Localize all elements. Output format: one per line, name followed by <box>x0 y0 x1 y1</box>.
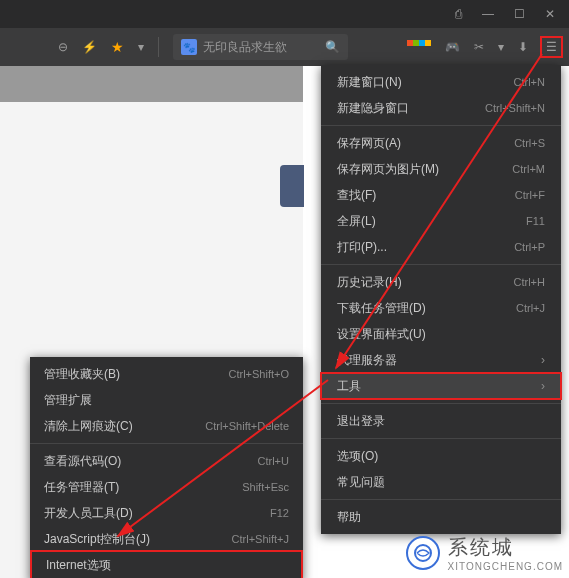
maximize-button[interactable]: ☐ <box>514 7 525 21</box>
pin-icon[interactable]: ⎙ <box>455 7 462 21</box>
submenu-item[interactable]: 清除上网痕迹(C)Ctrl+Shift+Delete <box>30 413 303 439</box>
zoom-out-icon[interactable]: ⊖ <box>58 40 68 54</box>
watermark: 系统城 XITONGCHENG.COM <box>406 534 563 572</box>
menu-item-shortcut: Ctrl+S <box>514 137 545 149</box>
submenu-item-shortcut: Ctrl+Shift+Delete <box>205 420 289 432</box>
menu-item[interactable]: 退出登录 <box>321 408 561 434</box>
submenu-item[interactable]: 管理扩展 <box>30 387 303 413</box>
submenu-arrow-icon: › <box>541 353 545 367</box>
menu-item-label: 新建隐身窗口 <box>337 100 409 117</box>
window-titlebar: ⎙ — ☐ ✕ <box>0 0 569 28</box>
menu-separator <box>321 438 561 439</box>
menu-item-shortcut: Ctrl+H <box>514 276 545 288</box>
menu-item-shortcut: Ctrl+P <box>514 241 545 253</box>
menu-item-label: 帮助 <box>337 509 361 526</box>
menu-item-shortcut: Ctrl+F <box>515 189 545 201</box>
menu-item[interactable]: 打印(P)...Ctrl+P <box>321 234 561 260</box>
submenu-item[interactable]: JavaScript控制台(J)Ctrl+Shift+J <box>30 526 303 552</box>
menu-item-shortcut: F11 <box>526 215 545 227</box>
menu-separator <box>321 403 561 404</box>
menu-item-label: 选项(O) <box>337 448 378 465</box>
page-element <box>280 165 304 207</box>
menu-item-shortcut: Ctrl+Shift+N <box>485 102 545 114</box>
search-text: 无印良品求生欲 <box>203 39 287 56</box>
search-box[interactable]: 🐾 无印良品求生欲 🔍 <box>173 34 348 60</box>
menu-separator <box>321 499 561 500</box>
lightning-icon[interactable]: ⚡ <box>82 40 97 54</box>
menu-item[interactable]: 新建隐身窗口Ctrl+Shift+N <box>321 95 561 121</box>
menu-item[interactable]: 全屏(L)F11 <box>321 208 561 234</box>
submenu-item-shortcut: Ctrl+Shift+O <box>228 368 289 380</box>
submenu-item-shortcut: Ctrl+U <box>258 455 289 467</box>
menu-item-label: 查找(F) <box>337 187 376 204</box>
menu-item[interactable]: 新建窗口(N)Ctrl+N <box>321 69 561 95</box>
submenu-item[interactable]: 开发人员工具(D)F12 <box>30 500 303 526</box>
menu-item[interactable]: 代理服务器› <box>321 347 561 373</box>
dropdown-icon[interactable]: ▾ <box>498 40 504 54</box>
menu-item[interactable]: 下载任务管理(D)Ctrl+J <box>321 295 561 321</box>
submenu-item-label: Internet选项 <box>46 557 111 574</box>
gamepad-icon[interactable]: 🎮 <box>445 40 460 54</box>
watermark-url: XITONGCHENG.COM <box>448 561 563 572</box>
submenu-item-label: 任务管理器(T) <box>44 479 119 496</box>
submenu-item-label: 管理扩展 <box>44 392 92 409</box>
menu-item-shortcut: Ctrl+J <box>516 302 545 314</box>
menu-item[interactable]: 常见问题 <box>321 469 561 495</box>
menu-item-label: 全屏(L) <box>337 213 376 230</box>
menu-item[interactable]: 保存网页为图片(M)Ctrl+M <box>321 156 561 182</box>
menu-item-label: 常见问题 <box>337 474 385 491</box>
submenu-item[interactable]: 查看源代码(O)Ctrl+U <box>30 448 303 474</box>
page-header-area <box>0 66 303 102</box>
submenu-item-label: JavaScript控制台(J) <box>44 531 150 548</box>
menu-item-shortcut: Ctrl+N <box>514 76 545 88</box>
submenu-item[interactable]: 管理收藏夹(B)Ctrl+Shift+O <box>30 361 303 387</box>
submenu-item-label: 查看源代码(O) <box>44 453 121 470</box>
watermark-logo-icon <box>406 536 440 570</box>
submenu-item-label: 管理收藏夹(B) <box>44 366 120 383</box>
watermark-title: 系统城 <box>448 534 563 561</box>
scissors-icon[interactable]: ✂ <box>474 40 484 54</box>
divider <box>158 37 159 57</box>
download-icon[interactable]: ⬇ <box>518 40 528 54</box>
menu-item[interactable]: 历史记录(H)Ctrl+H <box>321 269 561 295</box>
close-button[interactable]: ✕ <box>545 7 555 21</box>
star-icon[interactable]: ★ <box>111 39 124 55</box>
browser-toolbar: ⊖ ⚡ ★ ▾ 🐾 无印良品求生欲 🔍 🎮 ✂ ▾ ⬇ ☰ <box>0 28 569 66</box>
menu-item[interactable]: 工具› <box>321 373 561 399</box>
microsoft-icon[interactable] <box>407 40 431 54</box>
menu-item-label: 保存网页为图片(M) <box>337 161 439 178</box>
menu-item-label: 下载任务管理(D) <box>337 300 426 317</box>
submenu-item-label: 开发人员工具(D) <box>44 505 133 522</box>
submenu-arrow-icon: › <box>541 379 545 393</box>
main-menu: 新建窗口(N)Ctrl+N新建隐身窗口Ctrl+Shift+N保存网页(A)Ct… <box>321 65 561 534</box>
search-icon[interactable]: 🔍 <box>325 40 340 54</box>
submenu-item-label: 清除上网痕迹(C) <box>44 418 133 435</box>
submenu-item[interactable]: 任务管理器(T)Shift+Esc <box>30 474 303 500</box>
menu-item-label: 新建窗口(N) <box>337 74 402 91</box>
menu-item[interactable]: 查找(F)Ctrl+F <box>321 182 561 208</box>
menu-item[interactable]: 帮助 <box>321 504 561 530</box>
dropdown-icon[interactable]: ▾ <box>138 40 144 54</box>
submenu-item-shortcut: F12 <box>270 507 289 519</box>
menu-item-label: 打印(P)... <box>337 239 387 256</box>
submenu-item-shortcut: Shift+Esc <box>242 481 289 493</box>
hamburger-menu-button[interactable]: ☰ <box>542 38 561 56</box>
menu-item-label: 退出登录 <box>337 413 385 430</box>
menu-item-shortcut: Ctrl+M <box>512 163 545 175</box>
menu-item-label: 工具 <box>337 378 361 395</box>
menu-separator <box>30 443 303 444</box>
menu-separator <box>321 264 561 265</box>
menu-item-label: 代理服务器 <box>337 352 397 369</box>
menu-item-label: 保存网页(A) <box>337 135 401 152</box>
minimize-button[interactable]: — <box>482 7 494 21</box>
search-engine-icon: 🐾 <box>181 39 197 55</box>
menu-item-label: 历史记录(H) <box>337 274 402 291</box>
menu-separator <box>321 125 561 126</box>
submenu-item-shortcut: Ctrl+Shift+J <box>232 533 289 545</box>
tools-submenu: 管理收藏夹(B)Ctrl+Shift+O管理扩展清除上网痕迹(C)Ctrl+Sh… <box>30 357 303 578</box>
menu-item[interactable]: 设置界面样式(U) <box>321 321 561 347</box>
submenu-item[interactable]: Internet选项 <box>32 552 301 578</box>
menu-item-label: 设置界面样式(U) <box>337 326 426 343</box>
menu-item[interactable]: 保存网页(A)Ctrl+S <box>321 130 561 156</box>
menu-item[interactable]: 选项(O) <box>321 443 561 469</box>
